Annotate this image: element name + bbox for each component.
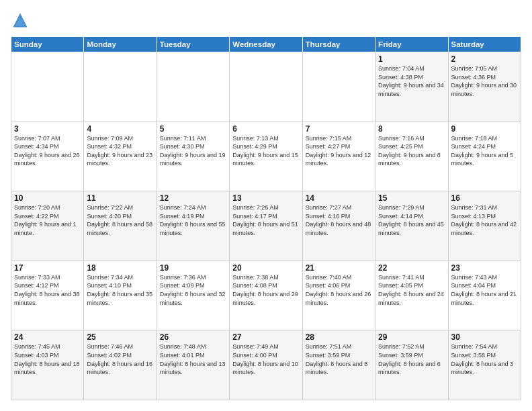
day-cell: 2Sunrise: 7:05 AM Sunset: 4:36 PM Daylig… xyxy=(448,52,521,122)
day-number: 25 xyxy=(87,332,153,342)
day-cell: 11Sunrise: 7:22 AM Sunset: 4:20 PM Dayli… xyxy=(84,191,157,261)
week-row-2: 3Sunrise: 7:07 AM Sunset: 4:34 PM Daylig… xyxy=(11,122,521,191)
day-info: Sunrise: 7:49 AM Sunset: 4:00 PM Dayligh… xyxy=(232,342,299,376)
day-cell: 14Sunrise: 7:27 AM Sunset: 4:16 PM Dayli… xyxy=(302,191,375,261)
day-number: 12 xyxy=(160,193,226,203)
week-row-3: 10Sunrise: 7:20 AM Sunset: 4:22 PM Dayli… xyxy=(11,191,521,261)
day-info: Sunrise: 7:09 AM Sunset: 4:32 PM Dayligh… xyxy=(87,134,153,168)
day-cell: 20Sunrise: 7:38 AM Sunset: 4:08 PM Dayli… xyxy=(230,261,302,330)
day-info: Sunrise: 7:51 AM Sunset: 3:59 PM Dayligh… xyxy=(306,342,372,376)
logo xyxy=(11,11,32,30)
day-info: Sunrise: 7:16 AM Sunset: 4:25 PM Dayligh… xyxy=(378,134,445,168)
weekday-header-tuesday: Tuesday xyxy=(157,37,229,52)
day-info: Sunrise: 7:05 AM Sunset: 4:36 PM Dayligh… xyxy=(451,64,518,98)
day-number: 8 xyxy=(378,124,445,134)
day-cell xyxy=(230,52,302,122)
day-number: 24 xyxy=(14,332,81,342)
day-cell: 26Sunrise: 7:48 AM Sunset: 4:01 PM Dayli… xyxy=(157,330,229,400)
day-cell: 13Sunrise: 7:26 AM Sunset: 4:17 PM Dayli… xyxy=(230,191,302,261)
day-info: Sunrise: 7:29 AM Sunset: 4:14 PM Dayligh… xyxy=(378,203,445,237)
day-number: 9 xyxy=(451,124,518,134)
page: SundayMondayTuesdayWednesdayThursdayFrid… xyxy=(0,0,532,411)
day-cell: 19Sunrise: 7:36 AM Sunset: 4:09 PM Dayli… xyxy=(157,261,229,330)
day-cell: 29Sunrise: 7:52 AM Sunset: 3:59 PM Dayli… xyxy=(375,330,448,400)
day-info: Sunrise: 7:07 AM Sunset: 4:34 PM Dayligh… xyxy=(14,134,81,168)
day-info: Sunrise: 7:11 AM Sunset: 4:30 PM Dayligh… xyxy=(160,134,226,168)
day-number: 26 xyxy=(160,332,226,342)
day-number: 17 xyxy=(14,263,81,273)
weekday-header-monday: Monday xyxy=(84,37,157,52)
day-info: Sunrise: 7:46 AM Sunset: 4:02 PM Dayligh… xyxy=(87,342,153,376)
day-number: 11 xyxy=(87,193,153,203)
day-number: 10 xyxy=(14,193,81,203)
day-number: 2 xyxy=(451,54,518,64)
day-info: Sunrise: 7:24 AM Sunset: 4:19 PM Dayligh… xyxy=(160,203,226,237)
day-cell: 27Sunrise: 7:49 AM Sunset: 4:00 PM Dayli… xyxy=(230,330,302,400)
weekday-header-sunday: Sunday xyxy=(11,37,84,52)
weekday-header-thursday: Thursday xyxy=(302,37,375,52)
day-number: 1 xyxy=(378,54,445,64)
day-info: Sunrise: 7:31 AM Sunset: 4:13 PM Dayligh… xyxy=(451,203,518,237)
week-row-4: 17Sunrise: 7:33 AM Sunset: 4:12 PM Dayli… xyxy=(11,261,521,330)
day-cell: 5Sunrise: 7:11 AM Sunset: 4:30 PM Daylig… xyxy=(157,122,229,191)
day-info: Sunrise: 7:22 AM Sunset: 4:20 PM Dayligh… xyxy=(87,203,153,237)
day-cell: 15Sunrise: 7:29 AM Sunset: 4:14 PM Dayli… xyxy=(375,191,448,261)
week-row-1: 1Sunrise: 7:04 AM Sunset: 4:38 PM Daylig… xyxy=(11,52,521,122)
day-number: 15 xyxy=(378,193,445,203)
day-info: Sunrise: 7:18 AM Sunset: 4:24 PM Dayligh… xyxy=(451,134,518,168)
day-cell: 25Sunrise: 7:46 AM Sunset: 4:02 PM Dayli… xyxy=(84,330,157,400)
day-info: Sunrise: 7:34 AM Sunset: 4:10 PM Dayligh… xyxy=(87,273,153,307)
day-number: 6 xyxy=(232,124,299,134)
day-info: Sunrise: 7:36 AM Sunset: 4:09 PM Dayligh… xyxy=(160,273,226,307)
day-info: Sunrise: 7:41 AM Sunset: 4:05 PM Dayligh… xyxy=(378,273,445,307)
day-cell xyxy=(84,52,157,122)
day-cell: 1Sunrise: 7:04 AM Sunset: 4:38 PM Daylig… xyxy=(375,52,448,122)
day-info: Sunrise: 7:38 AM Sunset: 4:08 PM Dayligh… xyxy=(232,273,299,307)
day-number: 30 xyxy=(451,332,518,342)
day-number: 27 xyxy=(232,332,299,342)
day-info: Sunrise: 7:40 AM Sunset: 4:06 PM Dayligh… xyxy=(306,273,372,307)
day-info: Sunrise: 7:52 AM Sunset: 3:59 PM Dayligh… xyxy=(378,342,445,376)
weekday-header-row: SundayMondayTuesdayWednesdayThursdayFrid… xyxy=(11,37,521,52)
day-info: Sunrise: 7:27 AM Sunset: 4:16 PM Dayligh… xyxy=(306,203,372,237)
day-cell: 24Sunrise: 7:45 AM Sunset: 4:03 PM Dayli… xyxy=(11,330,84,400)
day-info: Sunrise: 7:45 AM Sunset: 4:03 PM Dayligh… xyxy=(14,342,81,376)
day-info: Sunrise: 7:13 AM Sunset: 4:29 PM Dayligh… xyxy=(232,134,299,168)
day-cell: 23Sunrise: 7:43 AM Sunset: 4:04 PM Dayli… xyxy=(448,261,521,330)
day-number: 5 xyxy=(160,124,226,134)
day-cell: 22Sunrise: 7:41 AM Sunset: 4:05 PM Dayli… xyxy=(375,261,448,330)
day-number: 4 xyxy=(87,124,153,134)
day-number: 21 xyxy=(306,263,372,273)
day-info: Sunrise: 7:43 AM Sunset: 4:04 PM Dayligh… xyxy=(451,273,518,307)
day-cell: 12Sunrise: 7:24 AM Sunset: 4:19 PM Dayli… xyxy=(157,191,229,261)
day-cell: 30Sunrise: 7:54 AM Sunset: 3:58 PM Dayli… xyxy=(448,330,521,400)
day-number: 23 xyxy=(451,263,518,273)
day-info: Sunrise: 7:15 AM Sunset: 4:27 PM Dayligh… xyxy=(306,134,372,168)
day-number: 16 xyxy=(451,193,518,203)
day-cell xyxy=(11,52,84,122)
day-number: 14 xyxy=(306,193,372,203)
day-number: 19 xyxy=(160,263,226,273)
weekday-header-saturday: Saturday xyxy=(448,37,521,52)
day-number: 13 xyxy=(232,193,299,203)
header xyxy=(11,11,521,30)
day-cell: 21Sunrise: 7:40 AM Sunset: 4:06 PM Dayli… xyxy=(302,261,375,330)
day-cell xyxy=(302,52,375,122)
day-number: 7 xyxy=(306,124,372,134)
day-info: Sunrise: 7:04 AM Sunset: 4:38 PM Dayligh… xyxy=(378,64,445,98)
weekday-header-wednesday: Wednesday xyxy=(230,37,302,52)
day-cell: 18Sunrise: 7:34 AM Sunset: 4:10 PM Dayli… xyxy=(84,261,157,330)
day-info: Sunrise: 7:48 AM Sunset: 4:01 PM Dayligh… xyxy=(160,342,226,376)
day-number: 28 xyxy=(306,332,372,342)
day-cell: 16Sunrise: 7:31 AM Sunset: 4:13 PM Dayli… xyxy=(448,191,521,261)
day-number: 3 xyxy=(14,124,81,134)
day-number: 18 xyxy=(87,263,153,273)
day-cell xyxy=(157,52,229,122)
day-info: Sunrise: 7:20 AM Sunset: 4:22 PM Dayligh… xyxy=(14,203,81,237)
day-info: Sunrise: 7:26 AM Sunset: 4:17 PM Dayligh… xyxy=(232,203,299,237)
day-cell: 4Sunrise: 7:09 AM Sunset: 4:32 PM Daylig… xyxy=(84,122,157,191)
day-cell: 28Sunrise: 7:51 AM Sunset: 3:59 PM Dayli… xyxy=(302,330,375,400)
day-cell: 7Sunrise: 7:15 AM Sunset: 4:27 PM Daylig… xyxy=(302,122,375,191)
day-cell: 10Sunrise: 7:20 AM Sunset: 4:22 PM Dayli… xyxy=(11,191,84,261)
day-cell: 6Sunrise: 7:13 AM Sunset: 4:29 PM Daylig… xyxy=(230,122,302,191)
